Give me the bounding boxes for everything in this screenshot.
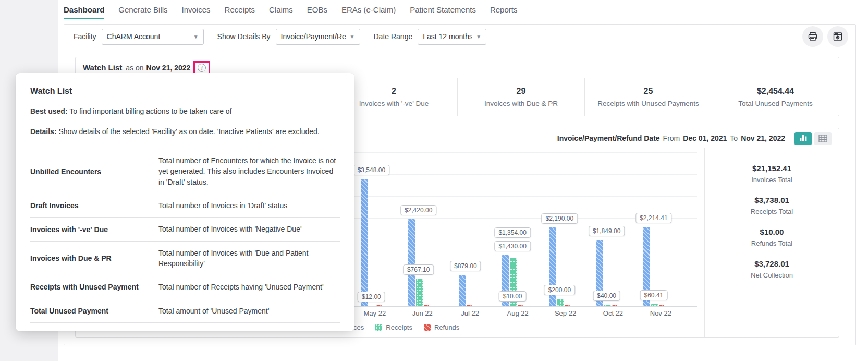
receipts-value-label: $767.10 — [403, 264, 434, 275]
window-gear-icon — [833, 31, 843, 42]
month-slot: $3,548.00$12.00 — [348, 152, 395, 306]
summary-label: Net Collection — [705, 271, 839, 279]
receipts-bar[interactable] — [557, 299, 564, 306]
popover-title: Watch List — [30, 87, 340, 96]
chevron-down-icon: ▼ — [350, 34, 355, 40]
tab-receipts[interactable]: Receipts — [225, 5, 255, 19]
receipts-bar[interactable] — [369, 306, 375, 306]
popover-description: Total number of Invoices with 'Negative … — [158, 224, 340, 234]
tab-dashboard[interactable]: Dashboard — [64, 5, 104, 19]
summary-refunds-total: $10.00Refunds Total — [705, 227, 839, 247]
x-tick-label: Sep 22 — [542, 309, 589, 317]
invoices-value-label: $2,420.00 — [400, 205, 436, 215]
stat-value: $2,454.44 — [757, 87, 794, 96]
summary-value: $3,728.01 — [705, 259, 839, 268]
table-view-button[interactable] — [814, 132, 832, 145]
info-icon-highlight-annotation: i — [193, 61, 210, 75]
receipts-bar[interactable] — [416, 279, 423, 306]
refunds-bar[interactable] — [518, 305, 523, 306]
print-button[interactable] — [802, 26, 823, 47]
chart-title: Invoice/Payment/Refund Date — [557, 134, 660, 142]
tab-claims[interactable]: Claims — [269, 5, 293, 19]
stat-value: 25 — [644, 87, 653, 96]
facility-select[interactable]: ChARM Account ▼ — [102, 29, 204, 45]
x-tick-label: Jun 22 — [399, 309, 446, 317]
refunds-bar[interactable] — [612, 305, 617, 306]
show-details-by-select[interactable]: Invoice/Payment/Refund ▼ — [276, 29, 360, 45]
popover-term: Receipts with Unused Payment — [30, 283, 151, 291]
tab-eobs[interactable]: EOBs — [307, 5, 327, 19]
invoices-value-label: $879.00 — [450, 261, 481, 271]
summary-label: Receipts Total — [705, 208, 839, 215]
summary-label: Refunds Total — [705, 239, 839, 247]
chart-to-label: To — [729, 134, 739, 142]
popover-term: Invoices with Due & PR — [30, 254, 151, 262]
popover-row-invoices-with-due-pr: Invoices with Due & PRTotal number of In… — [30, 242, 340, 276]
summary-value: $21,152.41 — [705, 164, 839, 173]
summary-net-collection: $3,728.01Net Collection — [705, 259, 839, 279]
refunds-bar[interactable] — [424, 305, 429, 306]
popover-term: Invoices with '-ve' Due — [30, 225, 151, 234]
best-used-text: To find important billing actions to be … — [69, 107, 231, 115]
invoices-value-label: $1,430.00 — [494, 241, 530, 251]
summary-invoices-total: $21,152.41Invoices Total — [705, 164, 839, 184]
invoices-bar[interactable] — [361, 179, 368, 306]
refunds-bar[interactable] — [376, 305, 382, 306]
show-details-by-label: Show Details By — [217, 32, 271, 41]
receipts-value-label: $1,354.00 — [494, 227, 530, 238]
summary-receipts-total: $3,738.01Receipts Total — [705, 196, 839, 215]
bar-group — [395, 219, 442, 306]
totals-summary-panel: $21,152.41Invoices Total$3,738.01Receipt… — [704, 148, 839, 337]
watch-list-info-popover: Watch List Best used: To find important … — [16, 73, 354, 331]
chart-to-date: Nov 21, 2022 — [741, 134, 785, 142]
as-on-label: as on — [126, 64, 143, 72]
tab-eras-e-claim[interactable]: ERAs (e-Claim) — [341, 5, 396, 19]
refunds-bar[interactable] — [467, 305, 472, 306]
bar-group — [348, 179, 395, 306]
popover-row-invoices-with-ve-due: Invoices with '-ve' DueTotal number of I… — [30, 218, 340, 241]
tab-reports[interactable]: Reports — [490, 5, 518, 19]
popover-description: Total number of Receipts having 'Unused … — [158, 282, 340, 292]
popover-row-receipts-with-unused-payment: Receipts with Unused PaymentTotal number… — [30, 275, 340, 299]
tab-invoices[interactable]: Invoices — [182, 5, 211, 19]
chart-from-date: Dec 01, 2021 — [683, 134, 727, 142]
summary-label: Invoices Total — [705, 176, 839, 184]
popover-definition-table: Unbilled EncountersTotal number of Encou… — [30, 149, 340, 323]
invoices-bar[interactable] — [408, 219, 415, 306]
info-icon[interactable]: i — [198, 64, 206, 72]
tab-generate-bills[interactable]: Generate Bills — [118, 5, 167, 19]
receipts-bar[interactable] — [651, 304, 658, 306]
stat-label: Invoices with '-ve' Due — [359, 100, 429, 107]
table-grid-icon — [818, 135, 827, 142]
chart-view-button[interactable] — [794, 132, 812, 145]
popover-description: Total number of Invoices with 'Due and P… — [158, 248, 340, 269]
invoices-bar[interactable] — [459, 275, 466, 307]
x-tick-label: Jul 22 — [446, 309, 494, 317]
invoices-value-label: $2,214.41 — [635, 213, 671, 223]
popover-details-line: Details: Show details of the selected 'F… — [30, 127, 340, 137]
refunds-bar[interactable] — [659, 305, 664, 306]
summary-value: $3,738.01 — [705, 196, 839, 204]
chart-from-label: From — [662, 134, 681, 142]
date-range-value: Last 12 months — [423, 32, 472, 41]
tab-patient-statements[interactable]: Patient Statements — [410, 5, 476, 19]
popover-row-unbilled-encounters: Unbilled EncountersTotal number of Encou… — [30, 149, 340, 194]
legend-label: Refunds — [434, 323, 459, 331]
month-slot: $879.00 — [442, 152, 489, 306]
receipts-value-label: $60.41 — [640, 290, 668, 300]
legend-label: Receipts — [386, 323, 412, 331]
widget-settings-button[interactable] — [827, 26, 848, 47]
stat-value: 29 — [517, 87, 526, 96]
stat-label: Receipts with Unused Payments — [597, 100, 699, 107]
stat-receipts-with-unused-payments: 25Receipts with Unused Payments — [584, 78, 712, 116]
summary-value: $10.00 — [705, 227, 839, 236]
month-slot: $1,849.00$40.00 — [583, 152, 630, 306]
legend-item-refunds: Refunds — [424, 323, 459, 331]
x-tick-label: Nov 22 — [637, 309, 684, 317]
stat-invoices-with-due-pr: 29Invoices with Due & PR — [457, 78, 584, 116]
refunds-bar[interactable] — [565, 305, 570, 306]
popover-term: Unbilled Encounters — [30, 167, 151, 176]
receipts-bar[interactable] — [604, 305, 611, 306]
x-tick-label: May 22 — [351, 309, 398, 317]
date-range-select[interactable]: Last 12 months ▼ — [418, 29, 486, 45]
